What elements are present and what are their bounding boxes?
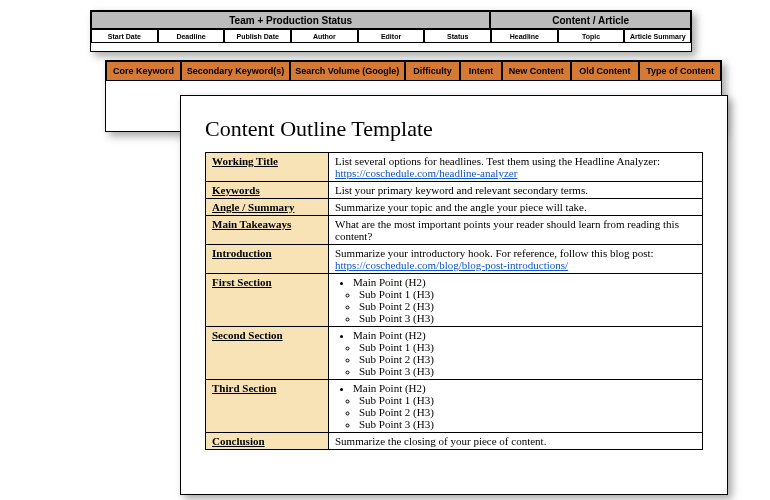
outline-table: Working Title List several options for h…	[205, 152, 703, 450]
col-start-date: Start Date	[91, 29, 158, 43]
row-introduction: Introduction Summarize your introductory…	[206, 245, 703, 274]
row-main-takeaways: Main Takeaways What are the most importa…	[206, 216, 703, 245]
back-sub-row: Start Date Deadline Publish Date Author …	[91, 29, 691, 43]
value-second-section: Main Point (H2) Sub Point 1 (H3) Sub Poi…	[329, 327, 703, 380]
value-conclusion: Summarize the closing of your piece of c…	[329, 433, 703, 450]
label-third-section: Third Section	[206, 380, 329, 433]
value-first-section: Main Point (H2) Sub Point 1 (H3) Sub Poi…	[329, 274, 703, 327]
label-first-section: First Section	[206, 274, 329, 327]
row-keywords: Keywords List your primary keyword and r…	[206, 182, 703, 199]
col-author: Author	[291, 29, 358, 43]
value-angle-summary: Summarize your topic and the angle your …	[329, 199, 703, 216]
label-conclusion: Conclusion	[206, 433, 329, 450]
col-topic: Topic	[558, 29, 625, 43]
col-secondary-keywords: Secondary Keyword(s)	[181, 61, 289, 81]
value-working-title: List several options for headlines. Test…	[329, 153, 703, 182]
label-main-takeaways: Main Takeaways	[206, 216, 329, 245]
col-publish-date: Publish Date	[224, 29, 291, 43]
back-group-content: Content / Article	[490, 11, 691, 29]
col-core-keyword: Core Keyword	[106, 61, 181, 81]
col-status: Status	[424, 29, 491, 43]
col-editor: Editor	[358, 29, 425, 43]
col-search-volume: Search Volume (Google)	[290, 61, 405, 81]
col-article-summary: Article Summary	[624, 29, 691, 43]
spreadsheet-back-layer: Team + Production Status Content / Artic…	[90, 10, 692, 52]
label-working-title: Working Title	[206, 153, 329, 182]
col-old-content: Old Content	[571, 61, 640, 81]
col-type-of-content: Type of Content	[639, 61, 721, 81]
label-keywords: Keywords	[206, 182, 329, 199]
value-third-section: Main Point (H2) Sub Point 1 (H3) Sub Poi…	[329, 380, 703, 433]
col-intent: Intent	[460, 61, 502, 81]
page-title: Content Outline Template	[205, 116, 703, 142]
col-new-content: New Content	[502, 61, 571, 81]
row-conclusion: Conclusion Summarize the closing of your…	[206, 433, 703, 450]
value-keywords: List your primary keyword and relevant s…	[329, 182, 703, 199]
row-second-section: Second Section Main Point (H2) Sub Point…	[206, 327, 703, 380]
label-second-section: Second Section	[206, 327, 329, 380]
row-angle-summary: Angle / Summary Summarize your topic and…	[206, 199, 703, 216]
back-header-row: Team + Production Status Content / Artic…	[91, 11, 691, 29]
content-outline-document: Content Outline Template Working Title L…	[180, 95, 728, 495]
row-first-section: First Section Main Point (H2) Sub Point …	[206, 274, 703, 327]
row-third-section: Third Section Main Point (H2) Sub Point …	[206, 380, 703, 433]
back-group-team: Team + Production Status	[91, 11, 490, 29]
link-blog-post-intros[interactable]: https://coschedule.com/blog/blog-post-in…	[335, 259, 568, 271]
label-introduction: Introduction	[206, 245, 329, 274]
mid-header-row: Core Keyword Secondary Keyword(s) Search…	[106, 61, 721, 81]
link-headline-analyzer[interactable]: https://coschedule.com/headline-analyzer	[335, 167, 517, 179]
col-headline: Headline	[491, 29, 558, 43]
col-difficulty: Difficulty	[405, 61, 460, 81]
value-introduction: Summarize your introductory hook. For re…	[329, 245, 703, 274]
col-deadline: Deadline	[158, 29, 225, 43]
value-main-takeaways: What are the most important points your …	[329, 216, 703, 245]
row-working-title: Working Title List several options for h…	[206, 153, 703, 182]
label-angle-summary: Angle / Summary	[206, 199, 329, 216]
